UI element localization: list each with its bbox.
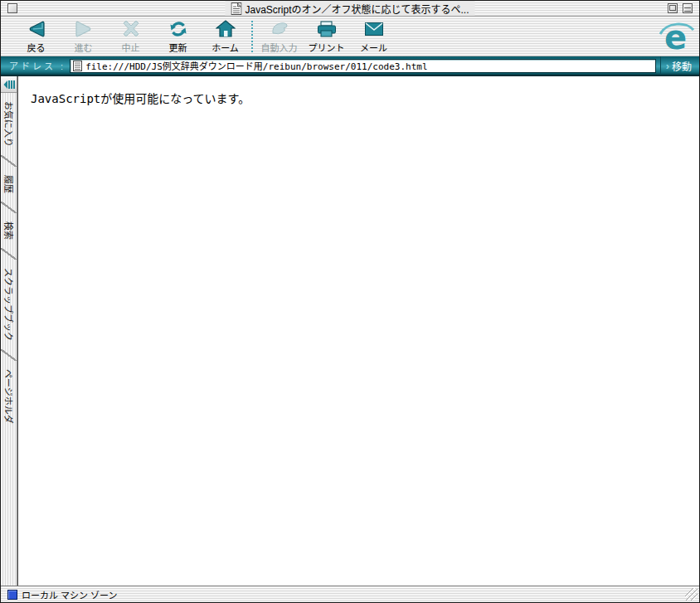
url-document-icon [73,61,82,71]
autofill-button[interactable]: 自動入力 [255,18,303,55]
security-zone-label: ローカル マシン ゾーン [22,588,118,601]
mail-button[interactable]: メール [350,18,397,55]
go-button[interactable]: › 移動 [660,56,699,75]
sidebar-tab-scrapbook[interactable]: スクラップブック [1,260,17,349]
home-button[interactable]: ホーム [202,18,249,55]
go-chevron-icon: › [666,60,669,72]
go-label: 移動 [672,59,692,73]
forward-label: 進む [75,41,93,54]
sidebar-collapse-button[interactable] [1,76,17,93]
stop-label: 中止 [122,41,140,54]
page-message: JavaScriptが使用可能になっています。 [31,90,699,106]
title-bar[interactable]: JavaScriptのオン／オフ状態に応じて表示するペ... [1,1,699,17]
autofill-label: 自動入力 [261,41,298,54]
close-button[interactable] [7,3,17,13]
sidebar: お気に入り 履歴 検索 スクラップブック ページホルダ [1,76,17,586]
forward-button[interactable]: 進む [60,18,107,55]
sidebar-tab-history[interactable]: 履歴 [1,167,17,202]
print-icon [316,18,338,40]
home-label: ホーム [211,41,239,54]
security-zone-icon [7,590,17,600]
address-label: アドレス : [9,59,66,72]
status-bar: ローカル マシン ゾーン [1,586,699,602]
page-content: JavaScriptが使用可能になっています。 [17,76,699,586]
address-url: file:///HDD/JS例文辞典ダウンロード用/reibun/browser… [85,59,427,72]
address-bar: アドレス : file:///HDD/JS例文辞典ダウンロード用/reibun/… [1,56,699,75]
address-input[interactable]: file:///HDD/JS例文辞典ダウンロード用/reibun/browser… [70,59,656,73]
back-label: 戻る [27,41,46,54]
toolbar-separator [251,21,253,52]
stop-icon [121,18,141,40]
autofill-icon [270,18,289,40]
refresh-button[interactable]: 更新 [154,18,202,55]
sidebar-tab-divider [1,202,17,213]
toolbar: 戻る 進む 中止 [1,17,699,56]
forward-icon [74,18,94,40]
sidebar-collapse-icon [3,80,15,90]
mail-label: メール [360,41,387,54]
back-icon [27,18,46,40]
refresh-label: 更新 [169,41,187,54]
sidebar-tab-divider [1,248,17,260]
window-resize-grip[interactable] [685,588,698,601]
sidebar-tab-divider [1,349,17,361]
window-title: JavaScriptのオン／オフ状態に応じて表示するペ... [245,2,469,16]
sidebar-tab-search[interactable]: 検索 [1,213,17,248]
internet-explorer-logo: e [659,19,694,54]
sidebar-tab-pageholder[interactable]: ページホルダ [1,361,17,432]
browser-window: JavaScriptのオン／オフ状態に応じて表示するペ... 戻る 進 [0,0,700,603]
print-label: プリント [309,41,345,54]
page-document-icon [231,2,241,15]
zoom-window-button[interactable] [668,3,678,13]
mail-icon [363,18,385,40]
home-icon [216,18,236,40]
collapse-window-button[interactable] [683,3,693,13]
sidebar-tab-divider [1,155,17,167]
refresh-icon [168,18,188,40]
sidebar-tab-favorites[interactable]: お気に入り [1,93,17,155]
print-button[interactable]: プリント [303,18,350,55]
title-group: JavaScriptのオン／オフ状態に応じて表示するペ... [225,1,474,16]
back-button[interactable]: 戻る [12,18,60,55]
stop-button[interactable]: 中止 [107,18,154,55]
